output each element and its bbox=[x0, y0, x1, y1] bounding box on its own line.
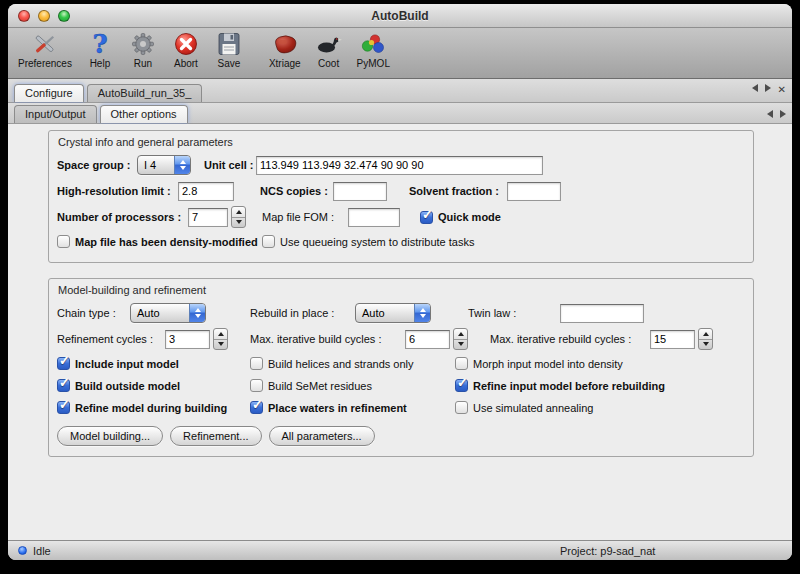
chain-type-row: Chain type : Auto Rebuild in place : Aut… bbox=[53, 300, 745, 326]
model-building-group: Model-building and refinement Chain type… bbox=[48, 278, 754, 457]
rebuild-cycles-label: Max. iterative rebuild cycles : bbox=[490, 333, 650, 345]
step-down-icon[interactable] bbox=[454, 340, 467, 350]
space-group-value: I 4 bbox=[138, 156, 174, 174]
rebuild-in-place-dropdown[interactable]: Auto bbox=[355, 303, 431, 323]
model-options-grid: Include input model Build helices and st… bbox=[53, 357, 745, 414]
checkbox[interactable] bbox=[420, 211, 433, 224]
checkbox-simulated-annealing[interactable]: Use simulated annealing bbox=[455, 401, 745, 414]
checkbox-label: Refine input model before rebuilding bbox=[473, 380, 665, 392]
checkbox[interactable] bbox=[250, 357, 263, 370]
flags-row: Map file has been density-modified Use q… bbox=[53, 230, 745, 253]
checkbox[interactable] bbox=[250, 379, 263, 392]
checkbox[interactable] bbox=[57, 235, 70, 248]
step-up-icon[interactable] bbox=[232, 207, 245, 218]
abort-button[interactable]: Abort bbox=[169, 31, 203, 69]
xtriage-button[interactable]: Xtriage bbox=[267, 31, 303, 69]
all-parameters-button[interactable]: All parameters... bbox=[269, 426, 375, 446]
tab-configure[interactable]: Configure bbox=[14, 84, 84, 102]
toolbar-item-label: Abort bbox=[174, 58, 198, 69]
rebuild-in-place-value: Auto bbox=[356, 304, 414, 322]
minimize-window-button[interactable] bbox=[38, 10, 50, 22]
step-up-icon[interactable] bbox=[454, 329, 467, 340]
rebuild-cycles-input[interactable] bbox=[650, 330, 695, 349]
toolbar-item-label: Run bbox=[134, 58, 152, 69]
sub-tab-scroll-right-icon[interactable] bbox=[780, 110, 786, 118]
checkbox-label: Use simulated annealing bbox=[473, 402, 593, 414]
sub-tab-scroll-left-icon[interactable] bbox=[767, 110, 773, 118]
refinement-cycles-label: Refinement cycles : bbox=[57, 333, 165, 345]
tab-autobuild-run[interactable]: AutoBuild_run_35_ bbox=[87, 84, 203, 102]
svg-text:?: ? bbox=[92, 31, 107, 57]
close-window-button[interactable] bbox=[18, 10, 30, 22]
checkbox-build-helices-strands[interactable]: Build helices and strands only bbox=[250, 357, 455, 370]
zoom-window-button[interactable] bbox=[58, 10, 70, 22]
stepper bbox=[213, 328, 228, 350]
toolbar-item-label: Preferences bbox=[18, 58, 72, 69]
checkbox[interactable] bbox=[250, 401, 263, 414]
tab-scroll-right-icon[interactable] bbox=[765, 84, 771, 92]
checkbox-include-input-model[interactable]: Include input model bbox=[57, 357, 250, 370]
checkbox[interactable] bbox=[455, 401, 468, 414]
map-fom-label: Map file FOM : bbox=[262, 211, 348, 223]
tab-other-options[interactable]: Other options bbox=[100, 105, 188, 123]
checkbox-label: Include input model bbox=[75, 358, 179, 370]
chain-type-dropdown[interactable]: Auto bbox=[130, 303, 206, 323]
checkbox-place-waters[interactable]: Place waters in refinement bbox=[250, 401, 455, 414]
help-button[interactable]: ? Help bbox=[83, 31, 117, 69]
toolbar-item-label: Coot bbox=[318, 58, 339, 69]
abort-icon bbox=[171, 31, 201, 57]
pymol-button[interactable]: PyMOL bbox=[355, 31, 392, 69]
checkbox[interactable] bbox=[262, 235, 275, 248]
processors-input[interactable] bbox=[188, 208, 228, 227]
crystal-info-group: Crystal info and general parameters Spac… bbox=[48, 130, 754, 263]
checkbox-label: Place waters in refinement bbox=[268, 402, 407, 414]
model-building-button[interactable]: Model building... bbox=[57, 426, 163, 446]
checkbox[interactable] bbox=[57, 379, 70, 392]
step-down-icon[interactable] bbox=[232, 218, 245, 228]
space-group-dropdown[interactable]: I 4 bbox=[137, 155, 191, 175]
high-res-input[interactable] bbox=[178, 182, 234, 201]
traffic-lights bbox=[18, 10, 70, 22]
preferences-button[interactable]: Preferences bbox=[16, 31, 74, 69]
map-fom-input[interactable] bbox=[348, 208, 400, 227]
save-button[interactable]: Save bbox=[212, 31, 246, 69]
toolbar-item-label: Xtriage bbox=[269, 58, 301, 69]
refinement-cycles-input[interactable] bbox=[165, 330, 210, 349]
checkbox[interactable] bbox=[57, 357, 70, 370]
title-bar[interactable]: AutoBuild bbox=[8, 4, 792, 28]
unit-cell-input[interactable] bbox=[256, 156, 543, 175]
step-down-icon[interactable] bbox=[214, 340, 227, 350]
coot-button[interactable]: Coot bbox=[312, 31, 346, 69]
run-button[interactable]: Run bbox=[126, 31, 160, 69]
solvent-fraction-input[interactable] bbox=[507, 182, 561, 201]
tab-scroll-left-icon[interactable] bbox=[752, 84, 758, 92]
build-cycles-spinner bbox=[405, 328, 468, 350]
high-res-label: High-resolution limit : bbox=[57, 185, 178, 197]
toolbar: Preferences ? Help bbox=[8, 28, 792, 79]
checkbox-build-outside-model[interactable]: Build outside model bbox=[57, 379, 250, 392]
checkbox-refine-before-rebuilding[interactable]: Refine input model before rebuilding bbox=[455, 379, 745, 392]
checkbox-density-modified[interactable]: Map file has been density-modified bbox=[57, 235, 262, 248]
sub-tab-bar: Input/Output Other options bbox=[8, 103, 792, 124]
step-up-icon[interactable] bbox=[214, 329, 227, 340]
step-down-icon[interactable] bbox=[699, 340, 712, 350]
space-group-row: Space group : I 4 Unit cell : bbox=[53, 152, 745, 178]
twin-law-input[interactable] bbox=[560, 304, 644, 323]
checkbox-quick-mode[interactable]: Quick mode bbox=[420, 211, 501, 224]
save-floppy-icon bbox=[214, 31, 244, 57]
tab-close-icon[interactable] bbox=[778, 79, 786, 97]
sub-tab-controls bbox=[767, 110, 786, 123]
build-cycles-input[interactable] bbox=[405, 330, 450, 349]
checkbox[interactable] bbox=[57, 401, 70, 414]
refinement-button[interactable]: Refinement... bbox=[170, 426, 261, 446]
step-up-icon[interactable] bbox=[699, 329, 712, 340]
tab-input-output[interactable]: Input/Output bbox=[14, 105, 97, 123]
checkbox-refine-during-building[interactable]: Refine model during building bbox=[57, 401, 250, 414]
checkbox-build-semet[interactable]: Build SeMet residues bbox=[250, 379, 455, 392]
rebuild-cycles-spinner bbox=[650, 328, 713, 350]
checkbox-queueing-system[interactable]: Use queueing system to distribute tasks bbox=[262, 235, 474, 248]
checkbox[interactable] bbox=[455, 379, 468, 392]
checkbox[interactable] bbox=[455, 357, 468, 370]
ncs-copies-input[interactable] bbox=[333, 182, 387, 201]
checkbox-morph-input-model[interactable]: Morph input model into density bbox=[455, 357, 745, 370]
